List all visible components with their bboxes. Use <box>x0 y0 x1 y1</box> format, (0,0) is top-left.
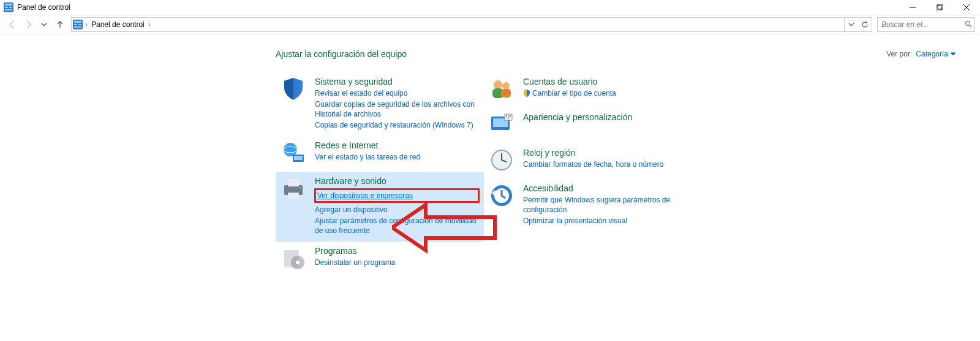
refresh-button[interactable] <box>858 18 872 31</box>
minimize-button[interactable] <box>899 0 926 15</box>
control-panel-icon <box>73 20 83 29</box>
view-by-label: Ver por: <box>886 50 912 58</box>
breadcrumb-separator[interactable]: › <box>85 20 88 29</box>
category-appearance: Apariencia y personalización <box>484 108 692 144</box>
shield-icon <box>281 76 306 102</box>
window-title: Panel de control <box>17 3 70 12</box>
back-button[interactable] <box>5 17 20 32</box>
breadcrumb-separator[interactable]: › <box>148 20 151 29</box>
category-title[interactable]: Reloj y región <box>523 147 663 158</box>
category-title[interactable]: Apariencia y personalización <box>523 112 632 123</box>
category-link[interactable]: Guardar copias de seguridad de los archi… <box>315 99 479 119</box>
category-title[interactable]: Sistema y seguridad <box>315 76 479 87</box>
printer-icon <box>281 175 306 201</box>
category-user-accounts: Cuentas de usuario Cambiar el tipo de cu… <box>484 72 692 108</box>
up-button[interactable] <box>53 17 67 32</box>
svg-rect-7 <box>938 4 943 9</box>
category-accessibility: Accesibilidad Permitir que Windows sugie… <box>484 179 692 232</box>
recent-locations-button[interactable] <box>37 17 51 32</box>
svg-rect-4 <box>5 9 12 10</box>
category-link[interactable]: Revisar el estado del equipo <box>315 88 479 98</box>
search-input[interactable] <box>880 20 950 29</box>
svg-rect-14 <box>74 26 81 28</box>
category-link[interactable]: Ajustar parámetros de configuración de m… <box>315 216 479 236</box>
titlebar: Panel de control <box>0 0 980 15</box>
category-link[interactable]: Desinstalar un programa <box>315 258 395 267</box>
svg-rect-24 <box>288 193 299 199</box>
category-clock-region: Reloj y región Cambiar formatos de fecha… <box>484 144 692 179</box>
category-link[interactable]: Agregar un dispositivo <box>315 205 479 215</box>
svg-rect-23 <box>288 179 299 186</box>
svg-marker-17 <box>951 53 956 55</box>
svg-rect-39 <box>506 117 507 118</box>
globe-network-icon <box>281 140 306 166</box>
svg-rect-37 <box>508 115 509 117</box>
svg-rect-3 <box>9 7 12 8</box>
content-area: Ajustar la configuración del equipo Ver … <box>0 34 980 277</box>
svg-rect-11 <box>74 21 81 23</box>
svg-line-16 <box>970 25 971 27</box>
category-title[interactable]: Redes e Internet <box>315 140 420 151</box>
svg-rect-21 <box>294 156 303 160</box>
address-dropdown-button[interactable] <box>845 18 858 31</box>
link-ver-dispositivos-impresoras[interactable]: Ver dispositivos e impresoras <box>315 189 479 202</box>
svg-point-29 <box>494 80 502 89</box>
svg-rect-13 <box>78 24 81 25</box>
close-button[interactable] <box>953 0 980 15</box>
svg-rect-12 <box>74 24 77 25</box>
view-by-dropdown[interactable]: Categoría <box>916 50 956 58</box>
category-link-text: Cambiar el tipo de cuenta <box>532 89 616 98</box>
users-icon <box>489 76 514 102</box>
category-link[interactable]: Ver el estado y las tareas de red <box>315 152 420 162</box>
svg-point-31 <box>502 82 510 90</box>
breadcrumb-root[interactable]: Panel de control <box>90 20 146 29</box>
category-link[interactable]: Copias de seguridad y restauración (Wind… <box>315 120 479 130</box>
category-title[interactable]: Accesibilidad <box>523 183 687 194</box>
svg-point-28 <box>296 261 300 264</box>
categories-right-column: Cuentas de usuario Cambiar el tipo de cu… <box>484 72 692 277</box>
navbar: › Panel de control › <box>0 15 980 34</box>
category-programs: Programas Desinstalar un programa <box>276 242 484 277</box>
svg-rect-38 <box>510 115 511 117</box>
uac-shield-icon <box>523 90 530 99</box>
accessibility-icon <box>489 183 514 209</box>
svg-point-15 <box>966 21 970 25</box>
control-panel-icon <box>4 2 13 12</box>
category-network-internet: Redes e Internet Ver el estado y las tar… <box>276 136 484 172</box>
svg-rect-40 <box>508 117 509 118</box>
address-bar[interactable]: › Panel de control › <box>71 17 872 32</box>
category-title[interactable]: Hardware y sonido <box>315 175 479 186</box>
search-icon <box>965 20 972 29</box>
category-system-security: Sistema y seguridad Revisar el estado de… <box>276 72 484 136</box>
svg-rect-1 <box>5 4 12 6</box>
forward-button[interactable] <box>21 17 36 32</box>
svg-point-25 <box>300 187 301 189</box>
category-hardware-sound: Hardware y sonido Ver dispositivos e imp… <box>276 172 484 242</box>
programs-icon <box>281 245 306 271</box>
svg-point-18 <box>284 143 297 156</box>
category-title[interactable]: Cuentas de usuario <box>523 76 616 87</box>
window-controls <box>899 0 980 15</box>
category-link[interactable]: Cambiar formatos de fecha, hora o número <box>523 159 663 169</box>
page-heading: Ajustar la configuración del equipo <box>276 49 886 59</box>
svg-rect-6 <box>937 6 941 10</box>
svg-rect-32 <box>501 89 511 98</box>
clock-icon <box>489 147 514 173</box>
category-link[interactable]: Permitir que Windows sugiera parámetros … <box>523 195 687 215</box>
view-by-value: Categoría <box>916 50 948 58</box>
category-link[interactable]: Optimizar la presentación visual <box>523 216 687 226</box>
search-box[interactable] <box>877 17 975 32</box>
svg-rect-2 <box>5 7 8 8</box>
category-link[interactable]: Cambiar el tipo de cuenta <box>523 88 616 99</box>
category-title[interactable]: Programas <box>315 245 395 256</box>
monitor-appearance-icon <box>489 112 514 137</box>
maximize-button[interactable] <box>926 0 953 15</box>
svg-rect-36 <box>506 115 507 117</box>
categories-left-column: Sistema y seguridad Revisar el estado de… <box>276 72 484 277</box>
